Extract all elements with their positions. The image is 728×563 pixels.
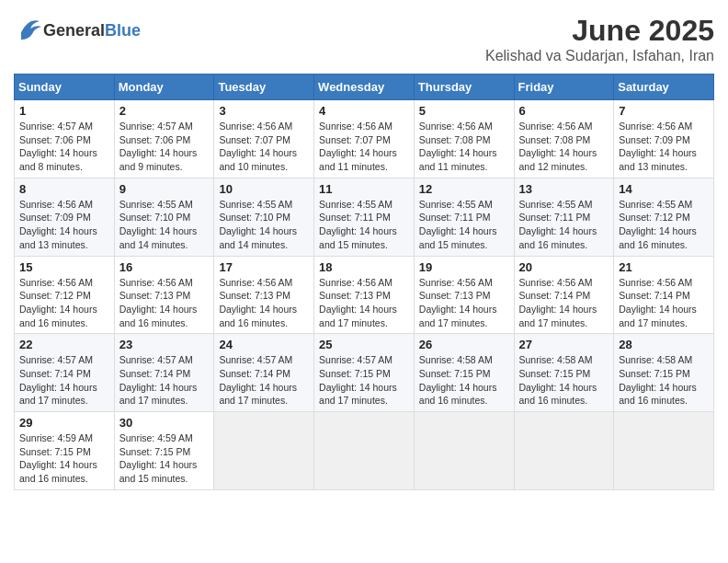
calendar-cell: [314, 412, 415, 490]
day-info: Sunrise: 4:59 AMSunset: 7:15 PMDaylight:…: [19, 431, 109, 486]
calendar-table: SundayMondayTuesdayWednesdayThursdayFrid…: [14, 74, 714, 490]
day-info: Sunrise: 4:59 AMSunset: 7:15 PMDaylight:…: [119, 431, 210, 486]
day-number: 6: [519, 104, 609, 118]
day-number: 19: [419, 260, 509, 274]
day-number: 8: [19, 182, 109, 196]
day-number: 30: [119, 416, 210, 430]
day-info: Sunrise: 4:56 AMSunset: 7:07 PMDaylight:…: [319, 120, 409, 174]
day-info: Sunrise: 4:58 AMSunset: 7:15 PMDaylight:…: [619, 353, 709, 408]
calendar-cell: 21Sunrise: 4:56 AMSunset: 7:14 PMDayligh…: [614, 256, 714, 334]
header-cell-saturday: Saturday: [614, 75, 714, 100]
day-number: 2: [119, 104, 210, 118]
day-number: 24: [219, 338, 309, 351]
calendar-cell: 11Sunrise: 4:55 AMSunset: 7:11 PMDayligh…: [314, 178, 415, 256]
calendar-cell: 20Sunrise: 4:56 AMSunset: 7:14 PMDayligh…: [514, 256, 614, 334]
location-title: Kelishad va Sudarjan, Isfahan, Iran: [485, 48, 714, 64]
day-number: 16: [119, 260, 210, 274]
day-number: 12: [419, 182, 509, 196]
day-info: Sunrise: 4:56 AMSunset: 7:13 PMDaylight:…: [419, 276, 509, 330]
day-number: 15: [19, 260, 109, 274]
calendar-cell: 14Sunrise: 4:55 AMSunset: 7:12 PMDayligh…: [614, 178, 714, 256]
day-number: 7: [619, 104, 709, 118]
day-info: Sunrise: 4:55 AMSunset: 7:12 PMDaylight:…: [619, 198, 709, 252]
calendar-cell: [514, 412, 614, 490]
calendar-cell: 7Sunrise: 4:56 AMSunset: 7:09 PMDaylight…: [614, 100, 714, 178]
calendar-cell: 13Sunrise: 4:55 AMSunset: 7:11 PMDayligh…: [514, 178, 614, 256]
calendar-cell: 12Sunrise: 4:55 AMSunset: 7:11 PMDayligh…: [414, 178, 514, 256]
day-info: Sunrise: 4:56 AMSunset: 7:13 PMDaylight:…: [219, 276, 309, 330]
day-info: Sunrise: 4:56 AMSunset: 7:13 PMDaylight:…: [319, 276, 409, 330]
calendar-cell: 22Sunrise: 4:57 AMSunset: 7:14 PMDayligh…: [15, 334, 115, 412]
day-number: 5: [419, 104, 509, 118]
day-number: 28: [619, 338, 709, 351]
calendar-cell: 18Sunrise: 4:56 AMSunset: 7:13 PMDayligh…: [314, 256, 415, 334]
calendar-cell: 17Sunrise: 4:56 AMSunset: 7:13 PMDayligh…: [214, 256, 314, 334]
day-number: 29: [19, 416, 109, 430]
day-number: 21: [619, 260, 709, 274]
month-title: June 2025: [485, 14, 714, 48]
calendar-cell: [614, 412, 714, 490]
day-info: Sunrise: 4:55 AMSunset: 7:10 PMDaylight:…: [219, 198, 309, 252]
day-info: Sunrise: 4:55 AMSunset: 7:11 PMDaylight:…: [319, 198, 409, 252]
header-cell-friday: Friday: [514, 75, 614, 100]
day-info: Sunrise: 4:56 AMSunset: 7:07 PMDaylight:…: [219, 120, 309, 174]
header-cell-wednesday: Wednesday: [314, 75, 415, 100]
calendar-cell: 1Sunrise: 4:57 AMSunset: 7:06 PMDaylight…: [15, 100, 115, 178]
day-number: 17: [219, 260, 309, 274]
calendar-cell: 4Sunrise: 4:56 AMSunset: 7:07 PMDaylight…: [314, 100, 415, 178]
day-info: Sunrise: 4:57 AMSunset: 7:06 PMDaylight:…: [19, 120, 109, 174]
calendar-week-4: 22Sunrise: 4:57 AMSunset: 7:14 PMDayligh…: [15, 334, 714, 412]
day-info: Sunrise: 4:55 AMSunset: 7:11 PMDaylight:…: [519, 198, 609, 252]
calendar-cell: 25Sunrise: 4:57 AMSunset: 7:15 PMDayligh…: [314, 334, 415, 412]
day-number: 26: [419, 338, 509, 351]
day-number: 22: [19, 338, 109, 351]
logo-text: GeneralBlue: [43, 21, 141, 40]
day-info: Sunrise: 4:57 AMSunset: 7:06 PMDaylight:…: [119, 120, 210, 174]
day-number: 14: [619, 182, 709, 196]
day-info: Sunrise: 4:57 AMSunset: 7:14 PMDaylight:…: [219, 353, 309, 408]
day-number: 25: [319, 338, 409, 351]
day-info: Sunrise: 4:57 AMSunset: 7:14 PMDaylight:…: [19, 353, 109, 408]
day-number: 18: [319, 260, 409, 274]
header-cell-thursday: Thursday: [414, 75, 514, 100]
header-cell-monday: Monday: [114, 75, 214, 100]
day-info: Sunrise: 4:56 AMSunset: 7:09 PMDaylight:…: [19, 198, 109, 252]
page-header: GeneralBlue June 2025 Kelishad va Sudarj…: [14, 14, 714, 64]
calendar-week-3: 15Sunrise: 4:56 AMSunset: 7:12 PMDayligh…: [15, 256, 714, 334]
calendar-week-2: 8Sunrise: 4:56 AMSunset: 7:09 PMDaylight…: [15, 178, 714, 256]
calendar-cell: 8Sunrise: 4:56 AMSunset: 7:09 PMDaylight…: [15, 178, 115, 256]
calendar-cell: [214, 412, 314, 490]
calendar-cell: 6Sunrise: 4:56 AMSunset: 7:08 PMDaylight…: [514, 100, 614, 178]
day-info: Sunrise: 4:56 AMSunset: 7:09 PMDaylight:…: [619, 120, 709, 174]
day-info: Sunrise: 4:57 AMSunset: 7:15 PMDaylight:…: [319, 353, 409, 408]
calendar-cell: 3Sunrise: 4:56 AMSunset: 7:07 PMDaylight…: [214, 100, 314, 178]
calendar-week-1: 1Sunrise: 4:57 AMSunset: 7:06 PMDaylight…: [15, 100, 714, 178]
day-info: Sunrise: 4:55 AMSunset: 7:10 PMDaylight:…: [119, 198, 210, 252]
day-info: Sunrise: 4:57 AMSunset: 7:14 PMDaylight:…: [119, 353, 210, 408]
day-info: Sunrise: 4:56 AMSunset: 7:08 PMDaylight:…: [419, 120, 509, 174]
calendar-cell: 2Sunrise: 4:57 AMSunset: 7:06 PMDaylight…: [114, 100, 214, 178]
calendar-cell: 30Sunrise: 4:59 AMSunset: 7:15 PMDayligh…: [114, 412, 214, 490]
calendar-cell: 29Sunrise: 4:59 AMSunset: 7:15 PMDayligh…: [15, 412, 115, 490]
calendar-cell: 5Sunrise: 4:56 AMSunset: 7:08 PMDaylight…: [414, 100, 514, 178]
day-number: 3: [219, 104, 309, 118]
day-number: 1: [19, 104, 109, 118]
day-number: 27: [519, 338, 609, 351]
calendar-cell: 9Sunrise: 4:55 AMSunset: 7:10 PMDaylight…: [114, 178, 214, 256]
day-number: 10: [219, 182, 309, 196]
day-number: 20: [519, 260, 609, 274]
day-number: 13: [519, 182, 609, 196]
logo: GeneralBlue: [14, 14, 141, 47]
calendar-cell: 10Sunrise: 4:55 AMSunset: 7:10 PMDayligh…: [214, 178, 314, 256]
day-info: Sunrise: 4:56 AMSunset: 7:08 PMDaylight:…: [519, 120, 609, 174]
calendar-cell: [414, 412, 514, 490]
day-info: Sunrise: 4:56 AMSunset: 7:14 PMDaylight:…: [519, 276, 609, 330]
calendar-week-5: 29Sunrise: 4:59 AMSunset: 7:15 PMDayligh…: [15, 412, 714, 490]
logo-icon: [14, 14, 43, 47]
header-cell-sunday: Sunday: [15, 75, 115, 100]
calendar-cell: 19Sunrise: 4:56 AMSunset: 7:13 PMDayligh…: [414, 256, 514, 334]
day-info: Sunrise: 4:58 AMSunset: 7:15 PMDaylight:…: [519, 353, 609, 408]
title-section: June 2025 Kelishad va Sudarjan, Isfahan,…: [485, 14, 714, 64]
day-number: 23: [119, 338, 210, 351]
day-info: Sunrise: 4:56 AMSunset: 7:13 PMDaylight:…: [119, 276, 210, 330]
